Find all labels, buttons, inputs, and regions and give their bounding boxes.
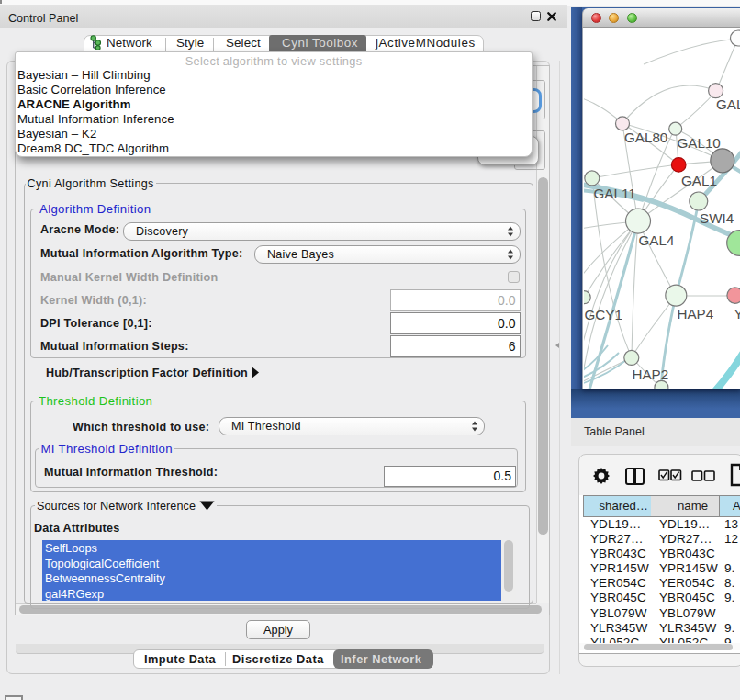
svg-text:HAP2: HAP2	[633, 367, 669, 382]
svg-text:GAL7: GAL7	[716, 96, 740, 112]
svg-text:GAL4: GAL4	[639, 232, 675, 248]
svg-text:GAL1: GAL1	[681, 173, 717, 188]
svg-text:SWI4: SWI4	[700, 210, 734, 226]
svg-text:GCY1: GCY1	[585, 307, 622, 322]
svg-text:GAL80: GAL80	[624, 130, 667, 145]
svg-text:GAL10: GAL10	[678, 135, 721, 151]
svg-text:GAL11: GAL11	[594, 186, 636, 201]
svg-text:HAP4: HAP4	[678, 306, 714, 322]
svg-text:YJ: YJ	[734, 306, 740, 322]
